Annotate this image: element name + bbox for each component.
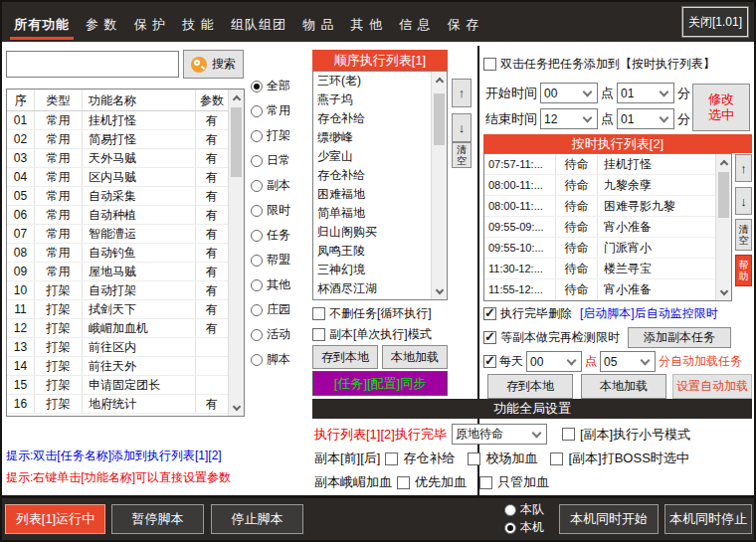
timed-list[interactable]: 07:57-11:... 待命 挂机打怪 08:00-11:... 待命 九黎余… (483, 153, 732, 301)
menu-item[interactable]: 所有功能 (6, 10, 78, 42)
menu-item[interactable]: 保 存 (440, 10, 488, 42)
cell-name[interactable]: 峨嵋加血机 (83, 319, 196, 337)
daily-minute-select[interactable]: 05 (600, 351, 656, 372)
table-row[interactable]: 02 常用 简易打怪 有 (7, 130, 244, 149)
cell-name[interactable]: 自动钓鱼 (83, 244, 196, 262)
seq-list-item[interactable]: 归山阁购买 (313, 223, 447, 242)
cell-name[interactable]: 天外马贼 (83, 149, 196, 167)
cell-name[interactable]: 拭剑天下 (83, 300, 196, 318)
cell-name[interactable]: 地府统计 (83, 395, 196, 413)
checkbox-icon[interactable] (397, 476, 410, 489)
scroll-down-icon[interactable] (229, 401, 244, 416)
table-row[interactable]: 07 常用 智能漕运 有 (7, 225, 244, 244)
table-row[interactable]: 08 常用 自动钓鱼 有 (7, 244, 244, 263)
search-button[interactable]: 搜索 (183, 50, 244, 79)
timed-row[interactable]: 09:55-09:... 待命 宵小准备 (484, 217, 731, 238)
category-radio[interactable]: 打架 (251, 123, 310, 148)
radio-icon[interactable] (251, 81, 263, 92)
seq-save-local-button[interactable]: 存到本地 (312, 345, 378, 369)
seq-list-item[interactable]: 困难福地 (313, 185, 447, 204)
seq-list-item[interactable]: 少室山 (313, 147, 447, 166)
checkbox-icon[interactable] (385, 452, 398, 465)
table-row[interactable]: 15 打架 申请固定团长 (7, 376, 244, 395)
category-radio[interactable]: 其他 (251, 272, 310, 297)
category-radio[interactable]: 任务 (251, 223, 310, 248)
seq-list-item[interactable]: 杯酒尽江湖 (313, 279, 447, 298)
daily-hour-select[interactable]: 00 (526, 351, 582, 372)
timed-cell-name[interactable]: 九黎余孽 (598, 175, 731, 195)
delete-after-run-row[interactable]: 执行完毕删除 [启动脚本]后自动监控限时 (483, 305, 718, 322)
radio-icon[interactable] (251, 354, 263, 366)
seq-list-item[interactable]: 三神幻境 (313, 261, 447, 279)
scroll-up-icon[interactable] (229, 90, 244, 104)
keep-task-checkbox-row[interactable]: 不删任务[循环执行] (312, 305, 432, 322)
seq-clear-button[interactable]: 清空 (452, 142, 472, 168)
timed-row[interactable]: 07:57-11:... 待命 挂机打怪 (484, 154, 731, 175)
wait-dungeon-row[interactable]: 等副本做完再检测限时 添加副本任务 (483, 327, 731, 348)
cell-name[interactable]: 申请固定团长 (83, 376, 196, 394)
scroll-up-icon[interactable] (432, 72, 447, 87)
radio-icon[interactable] (251, 279, 263, 291)
timed-list-scrollbar[interactable] (715, 154, 731, 300)
modify-selected-button[interactable]: 修改 选中 (692, 84, 750, 131)
category-radio[interactable]: 限时 (251, 198, 310, 223)
scroll-down-icon[interactable] (716, 285, 731, 300)
radio-icon[interactable] (251, 230, 263, 242)
menu-item[interactable]: 物 品 (294, 10, 343, 42)
scrollbar-thumb[interactable] (231, 107, 242, 177)
table-row[interactable]: 04 常用 区内马贼 有 (7, 168, 244, 187)
scrollbar-thumb[interactable] (718, 172, 729, 218)
seq-list-item[interactable]: 存仓补给 (313, 166, 447, 185)
timed-row[interactable]: 11:55-12:... 待命 宵小准备 (484, 279, 731, 300)
timed-cell-name[interactable]: 楼兰寻宝 (598, 259, 731, 278)
category-radio[interactable]: 副本 (251, 173, 310, 198)
search-input[interactable] (6, 51, 179, 78)
menu-item[interactable]: 参 数 (78, 10, 126, 42)
checkbox-icon[interactable] (483, 355, 496, 368)
radio-icon[interactable] (251, 130, 263, 142)
radio-icon[interactable] (251, 155, 263, 167)
seq-move-up-button[interactable]: ↑ (452, 79, 472, 107)
timed-load-local-button[interactable]: 本地加载 (581, 374, 666, 399)
scrollbar-thumb[interactable] (434, 93, 445, 145)
seq-list-item[interactable]: 存仓补给 (313, 109, 447, 128)
table-row[interactable]: 14 打架 前往天外 (7, 357, 244, 376)
seq-list-item[interactable]: 简单福地 (313, 204, 447, 223)
seq-list-item[interactable]: 燕子坞 (313, 90, 447, 109)
set-auto-load-button[interactable]: 设置自动加载 (672, 374, 752, 399)
help-button[interactable]: 帮助 (735, 255, 752, 286)
table-row[interactable]: 05 常用 自动采集 有 (7, 187, 244, 206)
timed-cell-name[interactable]: 宵小准备 (598, 279, 731, 299)
table-row[interactable]: 12 打架 峨嵋加血机 有 (7, 319, 244, 338)
checkbox-icon[interactable] (483, 331, 496, 344)
category-radio[interactable]: 常用 (251, 98, 310, 123)
cell-name[interactable]: 前往区内 (83, 338, 196, 356)
checkbox-icon[interactable] (483, 58, 496, 71)
radio-icon[interactable] (504, 522, 516, 534)
single-run-checkbox-row[interactable]: 副本[单次执行]模式 (312, 326, 432, 343)
seq-load-local-button[interactable]: 本地加载 (382, 345, 448, 369)
timed-save-local-button[interactable]: 存到本地 (487, 374, 573, 399)
category-radio[interactable]: 庄园 (251, 297, 310, 322)
seq-list-scrollbar[interactable] (431, 72, 447, 299)
table-row[interactable]: 16 打架 地府统计 有 (7, 395, 244, 414)
cell-name[interactable]: 自动采集 (83, 187, 196, 205)
timed-row[interactable]: 09:55-10:... 待命 门派宵小 (484, 238, 731, 259)
table-row[interactable]: 10 打架 自动打架 有 (7, 281, 244, 300)
end-hour-select[interactable]: 12 (540, 108, 598, 129)
auto-monitor-link[interactable]: [启动脚本]后自动监控限时 (580, 305, 718, 322)
category-radio[interactable]: 全部 (251, 74, 310, 98)
checkbox-icon[interactable] (550, 452, 563, 465)
seq-list[interactable]: 三环(老) 燕子坞 存仓补给 缥缈峰 少室山 存仓补给 困难福地 简单福地 归山… (312, 71, 448, 300)
start-hour-select[interactable]: 00 (540, 83, 598, 103)
list1-running-button[interactable]: 列表[1]运行中 (5, 504, 105, 534)
start-minute-select[interactable]: 01 (617, 83, 674, 103)
table-row[interactable]: 03 常用 天外马贼 有 (7, 149, 244, 168)
timed-row[interactable]: 08:00-11:... 待命 九黎余孽 (484, 175, 731, 196)
checkbox-icon[interactable] (562, 428, 575, 441)
checkbox-icon[interactable] (479, 476, 492, 489)
timed-row[interactable]: 11:30-12:... 待命 楼兰寻宝 (484, 259, 731, 279)
cell-name[interactable]: 挂机打怪 (83, 111, 196, 129)
function-table-scrollbar[interactable] (228, 90, 244, 416)
checkbox-icon[interactable] (468, 452, 480, 465)
